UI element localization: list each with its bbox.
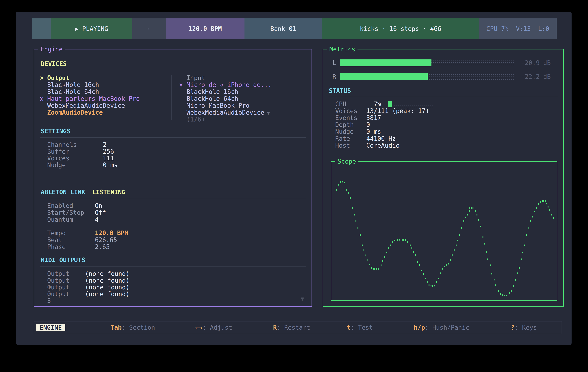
key-hint: t: Test — [347, 324, 373, 331]
scope-sample-dot — [521, 259, 522, 260]
scroll-down-indicator-icon[interactable]: ▼ — [301, 295, 304, 302]
scope-sample-dot — [348, 192, 349, 194]
scope-sample-dot — [492, 273, 492, 274]
key-hint-desc: : Section — [122, 324, 155, 331]
status-label: Events — [335, 114, 357, 121]
scope-sample-dot — [478, 219, 479, 221]
scope-sample-dot — [463, 221, 464, 222]
output-device-list: >Output BlackHole 16ch BlackHole 64ch xH… — [47, 74, 143, 116]
scope-sample-dot — [534, 211, 535, 212]
scope-sample-dot — [483, 236, 483, 238]
scope-sample-dot — [457, 240, 458, 241]
input-device-option[interactable]: WebexMediaAudioDevice▼ — [187, 109, 274, 116]
midi-output-value: (none found) — [85, 291, 129, 297]
scope-sample-dot — [415, 254, 416, 256]
status-label: Depth — [335, 121, 354, 128]
divider — [40, 199, 306, 199]
bank-display[interactable]: Bank 01 — [244, 19, 322, 39]
scope-sample-dot — [472, 207, 473, 209]
setting-value: 256 — [103, 148, 114, 155]
scope-sample-dot — [446, 264, 447, 266]
link-value: 626.65 — [95, 237, 117, 243]
input-device-option[interactable]: xMicro de « iPhone de... — [187, 81, 274, 88]
scope-sample-dot — [429, 284, 430, 286]
output-device-option[interactable]: >Output — [47, 74, 143, 81]
scope-sample-dot — [438, 278, 439, 279]
gap-segment — [132, 19, 166, 39]
scope-sample-dot — [419, 264, 420, 266]
scope-sample-dot — [467, 214, 468, 215]
scope-sample-dot — [444, 266, 445, 267]
scope-sample-dot — [392, 241, 393, 243]
setting-label: Voices — [47, 155, 70, 161]
scope-sample-dot — [430, 285, 431, 286]
engine-panel-title: Engine — [38, 45, 65, 53]
scope-sample-dot — [366, 254, 367, 256]
link-label: Phase — [47, 243, 66, 250]
status-value: 0 — [366, 121, 370, 128]
scope-sample-dot — [436, 282, 437, 283]
scope-sample-dot — [517, 272, 518, 274]
input-device-option[interactable]: BlackHole 64ch — [187, 95, 274, 102]
scope-sample-dot — [490, 264, 491, 266]
scope-sample-dot — [357, 227, 358, 229]
divider — [329, 97, 558, 97]
output-device-option[interactable]: BlackHole 16ch — [47, 81, 143, 88]
link-label: Enabled — [47, 202, 73, 209]
scope-sample-dot — [390, 244, 391, 246]
scope-sample-dot — [388, 247, 389, 249]
footer-bar: ENGINE Tab: Section ←→: Adjust R: Restar… — [34, 321, 562, 334]
scope-sample-dot — [530, 221, 531, 222]
key-hint-key: h/p — [414, 324, 425, 331]
meter-fill — [340, 73, 428, 80]
device-label: BlackHole 64ch — [187, 95, 238, 102]
scope-sample-dot — [425, 278, 426, 279]
transport-status[interactable]: ▶ PLAYING — [51, 19, 132, 39]
link-value: On — [95, 202, 102, 209]
key-hint: ?: Keys — [511, 324, 537, 331]
scope-sample-dot — [475, 210, 476, 212]
device-label: (1/6) — [187, 116, 205, 123]
output-device-option[interactable]: BlackHole 64ch — [47, 88, 143, 95]
scope-sample-dot — [381, 264, 381, 266]
pattern-display[interactable]: kicks · 16 steps · #66 — [322, 19, 479, 39]
scope-sample-dot — [356, 221, 357, 222]
scope-sample-dot — [456, 244, 457, 246]
device-label: Output — [47, 74, 70, 81]
status-label: Host — [335, 142, 350, 149]
cpu-meter-fill — [388, 101, 392, 107]
link-value: Off — [95, 209, 106, 216]
scope-sample-dot — [360, 234, 361, 236]
meter-fill — [340, 60, 431, 66]
scope-sample-dot — [413, 251, 414, 253]
scope-sample-dot — [484, 243, 485, 244]
input-device-option[interactable]: Input — [187, 74, 274, 81]
scope-sample-dot — [495, 284, 496, 286]
scope-sample-dot — [542, 200, 543, 202]
input-device-option[interactable]: Micro MacBook Pro — [187, 102, 274, 109]
selection-marker: x — [179, 81, 183, 88]
scope-sample-dot — [524, 244, 525, 246]
divider — [40, 266, 306, 267]
input-device-option[interactable]: BlackHole 16ch — [187, 88, 274, 95]
setting-value: 111 — [103, 155, 114, 161]
scope-sample-dot — [344, 182, 345, 183]
device-label: BlackHole 16ch — [187, 88, 238, 95]
scope-sample-dot — [374, 268, 375, 270]
scope-sample-dot — [547, 206, 548, 208]
scope-sample-dot — [515, 279, 516, 281]
scope-sample-dot — [536, 207, 537, 209]
device-label: Haut-parleurs MacBook Pro — [47, 95, 140, 102]
output-device-option[interactable]: WebexMediaAudioDevice — [47, 102, 143, 109]
midi-output-value: (none found) — [85, 277, 129, 284]
output-device-option[interactable]: ZoomAudioDevice — [47, 109, 143, 116]
midi-output-value: (none found) — [85, 284, 129, 291]
input-device-option[interactable]: (1/6) — [187, 116, 274, 123]
key-hint-desc: : Adjust — [202, 324, 232, 331]
bpm-display[interactable]: 120.0 BPM — [166, 19, 244, 39]
output-device-option[interactable]: xHaut-parleurs MacBook Pro — [47, 95, 143, 102]
gap-dot-icon — [148, 28, 149, 30]
scope-sample-dot — [498, 290, 499, 292]
scope-sample-dot — [540, 201, 541, 203]
scope-sample-dot — [368, 259, 368, 261]
